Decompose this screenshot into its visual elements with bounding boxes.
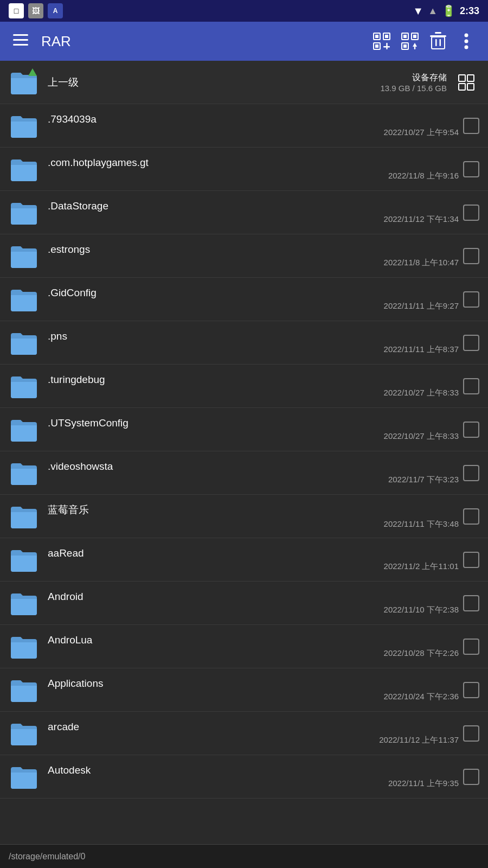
storage-size: 13.9 GB / 15.6 GB <box>380 84 447 93</box>
file-list: 上一级 设备存储 13.9 GB / 15.6 GB .7934039a 202… <box>0 61 488 844</box>
battery-icon: 🔋 <box>442 4 455 17</box>
path-bar: /storage/emulated/0 <box>0 844 488 868</box>
delete-button[interactable] <box>425 28 451 54</box>
svg-rect-28 <box>467 75 474 81</box>
storage-label: 设备存储 <box>380 72 447 84</box>
file-date: 2022/10/28 下午2:26 <box>48 648 459 659</box>
app-icon-2: 🖼 <box>28 3 43 18</box>
list-item[interactable]: Autodesk 2022/11/1 上午9:35 <box>0 755 488 799</box>
folder-icon <box>9 284 39 315</box>
list-item[interactable]: .estrongs 2022/11/8 上午10:47 <box>0 234 488 278</box>
more-button[interactable] <box>453 28 479 54</box>
list-item[interactable]: .7934039a 2022/10/27 上午9:54 <box>0 104 488 148</box>
list-item[interactable]: .videoshowsta 2022/11/7 下午3:23 <box>0 451 488 495</box>
list-item[interactable]: .GidConfig 2022/11/11 上午9:27 <box>0 278 488 321</box>
list-item[interactable]: 蓝莓音乐 2022/11/11 下午3:48 <box>0 495 488 538</box>
file-date: 2022/10/27 上午8:33 <box>48 388 459 398</box>
file-checkbox[interactable] <box>463 769 479 785</box>
file-checkbox[interactable] <box>463 552 479 568</box>
toolbar-actions <box>369 28 479 54</box>
time-display: 2:33 <box>460 5 479 17</box>
file-date: 2022/11/11 下午3:48 <box>48 519 459 529</box>
file-date: 2022/11/1 上午9:35 <box>48 778 459 789</box>
qr-upload-button[interactable] <box>397 28 423 54</box>
file-date: 2022/11/12 下午1:34 <box>48 214 459 225</box>
file-checkbox[interactable] <box>463 725 479 742</box>
status-bar: □ 🖼 A ▼ ▲ 🔋 2:33 <box>0 0 488 22</box>
folder-icon <box>9 154 39 184</box>
svg-rect-6 <box>385 35 388 38</box>
list-item[interactable]: arcade 2022/11/12 上午11:37 <box>0 712 488 755</box>
svg-point-26 <box>465 46 468 49</box>
file-info: Autodesk 2022/11/1 上午9:35 <box>48 764 459 789</box>
file-date: 2022/11/8 上午10:47 <box>48 258 459 268</box>
file-info: .pns 2022/11/11 上午8:37 <box>48 330 459 355</box>
list-item[interactable]: Android 2022/11/10 下午2:38 <box>0 582 488 625</box>
list-item[interactable]: Applications 2022/10/24 下午2:36 <box>0 668 488 712</box>
folder-icon <box>9 458 39 488</box>
file-info: .videoshowsta 2022/11/7 下午3:23 <box>48 461 459 485</box>
svg-rect-8 <box>375 44 378 48</box>
list-item[interactable]: .com.hotplaygames.gt 2022/11/8 上午9:16 <box>0 148 488 191</box>
file-info: aaRead 2022/11/2 上午11:01 <box>48 547 459 572</box>
file-checkbox[interactable] <box>463 639 479 655</box>
file-name: .DataStorage <box>48 200 459 212</box>
file-date: 2022/10/24 下午2:36 <box>48 692 459 702</box>
svg-rect-27 <box>459 75 465 81</box>
file-info: .DataStorage 2022/11/12 下午1:34 <box>48 200 459 225</box>
file-date: 2022/10/27 上午8:33 <box>48 431 459 442</box>
file-name: aaRead <box>48 547 459 559</box>
status-icons: □ 🖼 A <box>9 3 63 18</box>
list-item[interactable]: aaRead 2022/11/2 上午11:01 <box>0 538 488 582</box>
folder-icon <box>9 197 39 228</box>
file-name: .videoshowsta <box>48 461 459 473</box>
file-checkbox[interactable] <box>463 248 479 264</box>
file-info: arcade 2022/11/12 上午11:37 <box>48 721 459 745</box>
file-date: 2022/11/11 上午9:27 <box>48 301 459 311</box>
file-checkbox[interactable] <box>463 118 479 134</box>
file-checkbox[interactable] <box>463 161 479 177</box>
svg-rect-29 <box>459 84 465 90</box>
app-title: RAR <box>41 33 360 50</box>
file-checkbox[interactable] <box>463 422 479 438</box>
folder-icon <box>9 545 39 575</box>
file-checkbox[interactable] <box>463 465 479 481</box>
list-item[interactable]: .turingdebug 2022/10/27 上午8:33 <box>0 365 488 408</box>
file-info: .com.hotplaygames.gt 2022/11/8 上午9:16 <box>48 157 459 181</box>
file-checkbox[interactable] <box>463 205 479 221</box>
svg-marker-17 <box>413 43 417 47</box>
file-checkbox[interactable] <box>463 291 479 308</box>
list-item[interactable]: .DataStorage 2022/11/12 下午1:34 <box>0 191 488 234</box>
folder-icon <box>9 675 39 705</box>
svg-rect-16 <box>403 44 407 48</box>
list-item[interactable]: .UTSystemConfig 2022/10/27 上午8:33 <box>0 408 488 451</box>
file-checkbox[interactable] <box>463 595 479 611</box>
file-info: .turingdebug 2022/10/27 上午8:33 <box>48 374 459 398</box>
file-checkbox[interactable] <box>463 682 479 698</box>
file-rows-container: .7934039a 2022/10/27 上午9:54 .com.hotplay… <box>0 104 488 799</box>
file-checkbox[interactable] <box>463 335 479 351</box>
app-icon-3: A <box>48 3 63 18</box>
file-name: AndroLua <box>48 634 459 646</box>
file-date: 2022/11/10 下午2:38 <box>48 605 459 615</box>
qr-add-button[interactable] <box>369 28 395 54</box>
file-date: 2022/11/7 下午3:23 <box>48 475 459 485</box>
grid-view-button[interactable] <box>453 69 479 95</box>
file-info: Applications 2022/10/24 下午2:36 <box>48 678 459 702</box>
menu-button[interactable] <box>9 28 33 54</box>
svg-rect-18 <box>414 47 416 49</box>
file-name: Android <box>48 591 459 603</box>
list-item[interactable]: .pns 2022/11/11 上午8:37 <box>0 321 488 365</box>
folder-icon <box>9 111 39 141</box>
svg-rect-30 <box>467 84 474 90</box>
file-date: 2022/10/27 上午9:54 <box>48 127 459 138</box>
up-level-row[interactable]: 上一级 设备存储 13.9 GB / 15.6 GB <box>0 61 488 104</box>
svg-rect-0 <box>13 34 28 36</box>
file-checkbox[interactable] <box>463 508 479 525</box>
file-name: .7934039a <box>48 113 459 125</box>
file-name: 蓝莓音乐 <box>48 503 459 517</box>
list-item[interactable]: AndroLua 2022/10/28 下午2:26 <box>0 625 488 668</box>
file-checkbox[interactable] <box>463 378 479 394</box>
file-name: .com.hotplaygames.gt <box>48 157 459 169</box>
file-name: .estrongs <box>48 244 459 256</box>
